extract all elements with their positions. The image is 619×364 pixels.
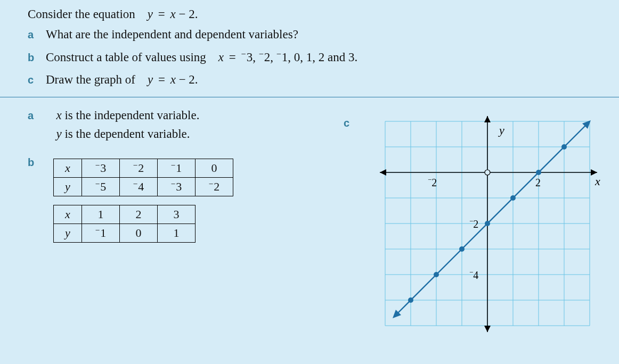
svg-point-30 [485, 221, 490, 226]
intro-text: Consider the equation [28, 7, 135, 21]
x-axis-label: x [594, 175, 600, 188]
table-cell: −3 [158, 177, 196, 196]
answer-a-var2: y [56, 127, 62, 140]
answer-label-c: c [344, 117, 349, 129]
part-a-text: What are the independent and dependent v… [46, 26, 298, 44]
svg-point-27 [408, 297, 413, 303]
svg-line-24 [395, 122, 589, 316]
svg-marker-21 [380, 169, 386, 176]
svg-point-29 [459, 246, 465, 252]
answer-b: b x −3 −2 −1 0 y −5 [28, 156, 326, 251]
part-label-a: a [28, 29, 46, 41]
table-row: x −3 −2 −1 0 [54, 159, 233, 177]
question-part-c: c Draw the graph of y = x − 2. [28, 71, 598, 89]
value-table-2: x 1 2 3 y −1 0 1 [53, 205, 196, 243]
table-row: x 1 2 3 [54, 205, 196, 224]
graph-svg: y x −2 2 −2 −4 [376, 114, 605, 348]
table-cell: 1 [82, 205, 120, 224]
value-table-1: x −3 −2 −1 0 y −5 −4 −3 −2 [53, 159, 233, 196]
table-cell: −5 [82, 177, 120, 196]
equals-sign: = [156, 7, 167, 21]
table-cell: 2 [120, 205, 158, 224]
part-b-text: Construct a table of values using x = −3… [46, 48, 357, 67]
part-b-vals: −3, −2, −1, 0, 1, 2 and 3. [241, 51, 358, 64]
part-c-rhs-rest: − 2. [179, 73, 198, 86]
table-row: y −1 0 1 [54, 224, 196, 242]
question-block: Consider the equation y = x − 2. a What … [0, 0, 619, 89]
part-c-rhs-var: x [170, 73, 176, 86]
svg-marker-22 [484, 116, 491, 122]
table-cell: −3 [82, 159, 120, 177]
table-cell: −2 [196, 177, 233, 196]
answer-label-a: a [28, 110, 53, 122]
intro-eq-rhs-rest: − 2. [179, 7, 198, 21]
table-cell: 0 [196, 159, 233, 177]
question-part-b: b Construct a table of values using x = … [28, 48, 598, 67]
table-header-y: y [54, 224, 82, 242]
svg-point-28 [434, 272, 439, 277]
answer-label-b: b [28, 156, 53, 251]
answer-a: a x is the independent variable. y is th… [28, 106, 326, 144]
table-cell: −1 [158, 159, 196, 177]
origin-marker [485, 170, 490, 175]
svg-marker-23 [484, 326, 491, 332]
xtick-pos2: 2 [535, 177, 541, 188]
answer-a-rest1: is the independent variable. [62, 109, 200, 122]
section-divider [0, 97, 619, 97]
answer-a-rest2: is the dependent variable. [62, 127, 190, 140]
part-b-var: x [218, 51, 224, 64]
svg-point-31 [510, 195, 516, 201]
table-header-x: x [54, 205, 82, 224]
answer-c-graph: c [376, 114, 605, 348]
part-label-b: b [28, 52, 46, 64]
part-b-pre: Construct a table of values using [46, 51, 206, 64]
y-axis-label: y [498, 123, 504, 137]
table-cell: −1 [82, 224, 120, 242]
answer-a-var1: x [56, 109, 62, 122]
part-c-text: Draw the graph of y = x − 2. [46, 71, 198, 89]
table-header-x: x [54, 159, 82, 177]
table-cell: −4 [120, 177, 158, 196]
svg-point-32 [536, 170, 541, 175]
svg-point-33 [561, 144, 567, 150]
xtick-neg2: −2 [428, 176, 437, 188]
answer-a-line1: x is the independent variable. [56, 109, 200, 122]
ytick-neg2: −2 [469, 217, 478, 230]
table-header-y: y [54, 177, 82, 196]
equals-sign: = [156, 73, 167, 86]
table-row: y −5 −4 −3 −2 [54, 177, 233, 196]
intro-eq-rhs-var: x [170, 7, 176, 21]
question-part-a: a What are the independent and dependent… [28, 26, 598, 44]
part-c-lhs: y [148, 73, 153, 86]
table-cell: 0 [120, 224, 158, 242]
table-cell: 1 [158, 224, 196, 242]
answer-a-line2: y is the dependent variable. [56, 127, 190, 140]
part-label-c: c [28, 74, 46, 86]
table-cell: −2 [120, 159, 158, 177]
part-b-eq: = [227, 51, 238, 64]
intro-eq-lhs: y [148, 7, 153, 21]
part-c-pre: Draw the graph of [46, 73, 135, 86]
question-intro: Consider the equation y = x − 2. [28, 7, 598, 21]
ytick-neg4: −4 [469, 268, 478, 281]
plot-line [393, 120, 591, 318]
table-cell: 3 [158, 205, 196, 224]
